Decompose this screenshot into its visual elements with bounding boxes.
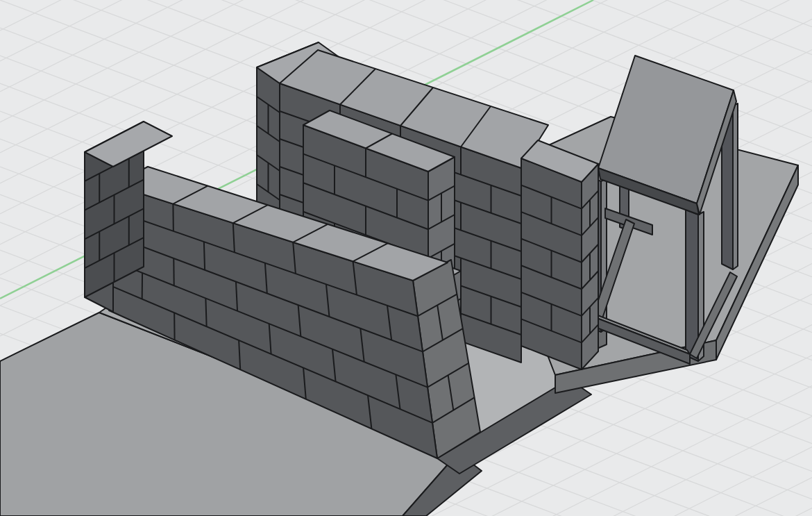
left-wall-face-joint-line (204, 242, 205, 270)
left-wall-face-joint-line (205, 299, 206, 327)
table-leg-far-right-side (733, 103, 738, 269)
viewport-3d-canvas[interactable] (0, 0, 812, 516)
table-leg-near-right-front (686, 210, 698, 361)
modeling-viewport[interactable] (0, 0, 812, 516)
